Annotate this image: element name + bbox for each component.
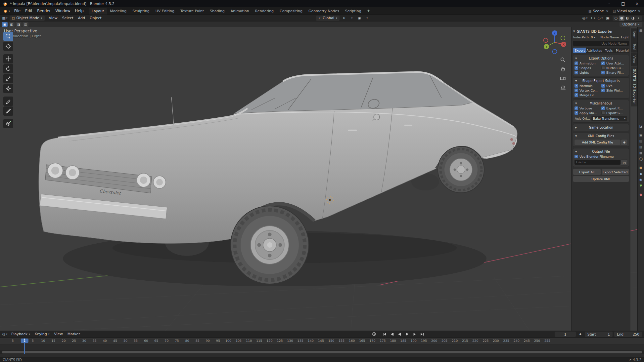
checkbox-skin-wei-box[interactable]: ✓ <box>601 89 605 92</box>
checkbox-animation-box[interactable]: ✓ <box>575 61 578 65</box>
close-button[interactable]: × <box>630 0 644 7</box>
xray-toggle[interactable]: ▣ <box>605 16 611 21</box>
node-name-value[interactable]: Light <box>621 35 629 39</box>
next-keyframe-button[interactable] <box>411 332 418 337</box>
checkbox-merge-gr[interactable]: ✓Merge Gr... <box>575 93 601 97</box>
tool-transform-button[interactable] <box>3 84 13 93</box>
axis-orientation-dropdown[interactable]: Bake Transforms▾ <box>591 116 627 121</box>
tool-scale-button[interactable] <box>3 74 13 83</box>
export-all-button[interactable]: Export All <box>573 169 601 175</box>
workspace-tab-shading[interactable]: Shading <box>207 8 228 15</box>
checkbox-shapes-box[interactable]: ✓ <box>575 66 578 70</box>
menu-file[interactable]: File <box>12 7 23 15</box>
checkbox-lights[interactable]: ✓Lights <box>575 71 601 74</box>
checkbox-vertex-co[interactable]: ✓Vertex Co... <box>575 89 601 92</box>
current-frame-field[interactable]: 1 <box>555 332 576 337</box>
checkbox-skin-wei[interactable]: ✓Skin Wei... <box>601 89 627 92</box>
mode-dropdown[interactable]: □ Object Mode ▾ <box>10 16 45 21</box>
tool-annotate-button[interactable] <box>3 97 13 106</box>
workspace-tab-animation[interactable]: Animation <box>228 8 252 15</box>
tool-select-box-button[interactable] <box>3 32 13 41</box>
menu-select[interactable]: Select <box>60 15 76 21</box>
sidebar-tab-giants-i3d-exporter[interactable]: GIANTS I3D Exporter <box>631 66 637 106</box>
shading-rendered-button[interactable]: ◑ <box>630 16 636 21</box>
start-frame-field[interactable]: Start 1 <box>585 332 613 337</box>
checkbox-user-attri[interactable]: ✓User Attri... <box>601 61 627 65</box>
auto-keying-toggle[interactable] <box>371 332 377 337</box>
properties-tab-output-icon[interactable]: ▤ <box>639 140 642 143</box>
properties-tab-render-icon[interactable]: ▣ <box>639 134 642 137</box>
add-icon[interactable]: ⊕ <box>621 140 627 145</box>
shading-wireframe-button[interactable]: ○ <box>613 16 619 21</box>
section-header-miscellaneous[interactable]: ▼Miscellaneous <box>574 101 628 106</box>
workspace-tab-texture-paint[interactable]: Texture Paint <box>177 8 207 15</box>
workspace-tab-modeling[interactable]: Modeling <box>107 8 129 15</box>
keying-set-button[interactable]: ◆ <box>577 332 583 337</box>
properties-editor-icon[interactable]: ▤ <box>638 29 644 32</box>
scene-selector[interactable]: ▦ Scene × <box>588 9 609 13</box>
proportional-editing-toggle[interactable]: ◉ <box>357 16 362 21</box>
properties-tab-physics-icon[interactable]: ◉ <box>639 178 642 181</box>
tool-measure-button[interactable] <box>3 106 13 116</box>
minimize-button[interactable]: – <box>602 0 616 7</box>
checkbox-export-r-box[interactable]: ✓ <box>601 106 605 110</box>
select-mode-set-button[interactable]: ▣ <box>2 22 8 27</box>
viewlayer-selector[interactable]: ▤ ViewLayer × <box>613 9 641 13</box>
add-xml-config-file-button[interactable]: Add XML Config File <box>575 140 621 145</box>
sidebar-tab-item[interactable]: Item <box>631 28 637 41</box>
pan-hand-icon[interactable] <box>560 66 566 72</box>
menu-edit[interactable]: Edit <box>23 7 35 15</box>
viewport-3d[interactable]: Chevrolet <box>0 27 637 331</box>
index-path-value[interactable]: 0> <box>591 35 595 39</box>
checkbox-animation[interactable]: ✓Animation <box>575 61 601 65</box>
update-xml-button[interactable]: Update XML <box>573 176 629 182</box>
menu-view[interactable]: View <box>47 15 60 21</box>
tool-rotate-button[interactable] <box>3 64 13 73</box>
shading-solid-button[interactable]: ● <box>619 16 624 21</box>
exporter-tab-attributes[interactable]: Attributes <box>586 48 602 53</box>
workspace-tab-geometry-nodes[interactable]: Geometry Nodes <box>305 8 342 15</box>
properties-tab-view-layer-icon[interactable]: ▥ <box>639 145 642 149</box>
proportional-dropdown[interactable]: ▾ <box>364 16 370 21</box>
section-header-game-location[interactable]: ▶Game Location <box>574 125 628 130</box>
workspace-tab-layout[interactable]: Layout <box>89 8 107 15</box>
menu-render[interactable]: Render <box>35 7 53 15</box>
checkbox-verbose[interactable]: ✓Verbose <box>575 106 601 110</box>
select-mode-subtract-button[interactable]: ◨ <box>16 22 22 27</box>
object-type-visibility-dropdown[interactable]: ◎▾ <box>582 16 588 21</box>
tool-move-button[interactable] <box>3 54 13 63</box>
export-selected-button[interactable]: Export Selected <box>602 169 629 175</box>
car-rear-wheel[interactable] <box>438 146 484 193</box>
checkbox-export-r[interactable]: ✓Export R... <box>601 106 627 110</box>
sidebar-tab-view[interactable]: View <box>631 53 637 66</box>
checkbox-uvs[interactable]: ✓UVs <box>601 84 627 88</box>
checkbox-nurbs-cu-box[interactable] <box>601 66 605 70</box>
workspace-tab-uv-editing[interactable]: UV Editing <box>153 8 177 15</box>
maximize-button[interactable]: □ <box>616 0 630 7</box>
select-mode-intersect-button[interactable]: ◫ <box>23 22 28 27</box>
menu-marker[interactable]: Marker <box>65 331 82 338</box>
gizmos-toggle[interactable]: +▾ <box>590 16 595 21</box>
select-mode-extend-button[interactable]: ◧ <box>9 22 15 27</box>
perspective-toggle-icon[interactable] <box>560 85 566 90</box>
exporter-tab-tools[interactable]: Tools <box>602 48 615 53</box>
workspace-tab-scripting[interactable]: Scripting <box>342 8 364 15</box>
scrollbar-thumb[interactable] <box>2 351 642 353</box>
timeline-editor-selector[interactable]: ◷▾ <box>2 332 8 337</box>
menu-object[interactable]: Object <box>87 15 104 21</box>
menu-keying[interactable]: Keying▾ <box>32 331 52 338</box>
sidebar-tab-tool[interactable]: Tool <box>631 41 637 53</box>
exporter-panel-header[interactable]: ▼ GIANTS I3D Exporter <box>573 29 629 34</box>
jump-to-end-button[interactable] <box>419 332 426 337</box>
timeline-track[interactable] <box>0 344 644 354</box>
section-header-xml-config-files[interactable]: ▼XML Config Files <box>574 134 628 139</box>
checkbox-merge-gr-box[interactable]: ✓ <box>575 93 578 97</box>
tool-add-cube-button[interactable] <box>3 119 13 128</box>
tool-cursor-button[interactable] <box>3 42 13 51</box>
workspace-tab-rendering[interactable]: Rendering <box>252 8 277 15</box>
menu-add[interactable]: Add <box>76 15 87 21</box>
checkbox-vertex-co-box[interactable]: ✓ <box>575 89 578 92</box>
section-header-export-options[interactable]: ▼Export Options <box>574 56 628 61</box>
checkbox-normals-box[interactable]: ✓ <box>575 84 578 88</box>
blender-app-menu[interactable]: ▾ <box>1 7 12 15</box>
